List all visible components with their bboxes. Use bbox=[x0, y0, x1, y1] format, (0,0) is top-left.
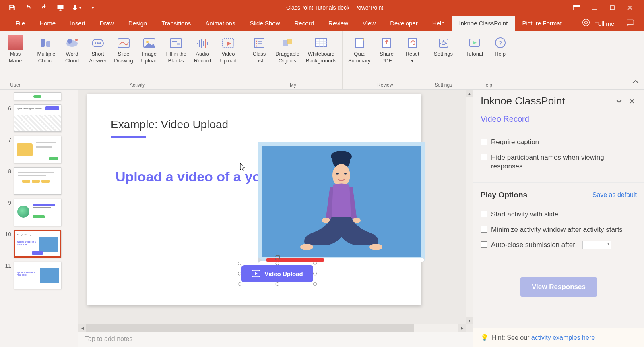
multiple-choice-button[interactable]: MultipleChoice bbox=[34, 34, 58, 66]
tab-record[interactable]: Record bbox=[287, 16, 321, 31]
play-icon[interactable] bbox=[258, 257, 262, 263]
slide[interactable]: Example: Video Upload Upload a video of … bbox=[87, 94, 421, 305]
whiteboard-backgrounds-button[interactable]: WhiteboardBackgrounds bbox=[303, 34, 339, 66]
tab-insert[interactable]: Insert bbox=[63, 16, 93, 31]
save-default-link[interactable]: Save as default bbox=[592, 191, 637, 199]
hscroll-thumb[interactable] bbox=[86, 324, 414, 332]
word-cloud-button[interactable]: WordCloud bbox=[60, 34, 84, 66]
svg-point-36 bbox=[256, 43, 257, 44]
progress-track[interactable] bbox=[266, 258, 425, 262]
tab-draw[interactable]: Draw bbox=[93, 16, 121, 31]
tab-file[interactable]: File bbox=[8, 16, 32, 31]
video-upload-activity-button[interactable]: Video Upload bbox=[242, 265, 313, 282]
image-upload-button[interactable]: ImageUpload bbox=[137, 34, 161, 66]
handle-bm[interactable] bbox=[276, 282, 279, 286]
handle-tr[interactable] bbox=[313, 262, 317, 265]
thumbnail-10[interactable]: Example: Video UploadUpload a video of a… bbox=[14, 230, 61, 258]
svg-point-66 bbox=[300, 244, 313, 250]
auto-close-checkbox[interactable] bbox=[481, 241, 487, 248]
vertical-scrollbar[interactable]: ▲ ▼ bbox=[466, 90, 473, 324]
short-answer-button[interactable]: ShortAnswer bbox=[86, 34, 110, 66]
scroll-right-button[interactable]: ▶ bbox=[458, 324, 466, 332]
rotate-handle[interactable] bbox=[274, 254, 281, 261]
class-list-button[interactable]: ClassList bbox=[247, 34, 271, 66]
panel-title: Inknoe ClassPoint bbox=[481, 95, 611, 107]
require-caption-checkbox[interactable] bbox=[481, 139, 487, 145]
ribbon-tabs: File Home Insert Draw Design Transitions… bbox=[0, 15, 644, 31]
view-responses-button[interactable]: View Responses bbox=[520, 277, 597, 297]
tell-me-icon[interactable] bbox=[582, 19, 590, 28]
tab-help[interactable]: Help bbox=[425, 16, 452, 31]
tell-me-label[interactable]: Tell me bbox=[595, 20, 614, 27]
auto-close-dropdown[interactable] bbox=[582, 241, 611, 249]
audio-record-button[interactable]: AudioRecord bbox=[190, 34, 215, 66]
selected-button-object[interactable]: Video Upload bbox=[239, 263, 315, 284]
tutorial-button[interactable]: Tutorial bbox=[462, 34, 487, 59]
hide-names-checkbox[interactable] bbox=[481, 154, 487, 160]
notes-area[interactable]: Tap to add notes bbox=[78, 332, 473, 347]
touch-mode-button[interactable]: ▾ bbox=[72, 3, 81, 12]
thumbnail-8[interactable] bbox=[14, 167, 61, 195]
panel-dropdown-button[interactable] bbox=[614, 96, 624, 106]
video-upload-button[interactable]: VideoUpload bbox=[216, 34, 240, 66]
auto-close-label: Auto-close submission after bbox=[491, 241, 575, 249]
handle-br[interactable] bbox=[313, 282, 317, 286]
thumbnail-9[interactable] bbox=[14, 199, 61, 226]
tab-picture-format[interactable]: Picture Format bbox=[515, 16, 569, 31]
hint-link[interactable]: activity examples here bbox=[531, 334, 595, 341]
present-button[interactable] bbox=[56, 3, 65, 12]
start-with-slide-checkbox[interactable] bbox=[481, 211, 487, 217]
ribbon-display-button[interactable] bbox=[572, 3, 582, 12]
svg-point-12 bbox=[67, 39, 72, 44]
maximize-button[interactable] bbox=[607, 3, 617, 12]
qat-more-button[interactable]: ▾ bbox=[88, 3, 97, 12]
tab-home[interactable]: Home bbox=[32, 16, 63, 31]
undo-button[interactable] bbox=[23, 3, 33, 12]
slide-drawing-button[interactable]: SlideDrawing bbox=[111, 34, 136, 66]
tab-view[interactable]: View bbox=[355, 16, 383, 31]
tab-developer[interactable]: Developer bbox=[383, 16, 425, 31]
scroll-up-button[interactable]: ▲ bbox=[466, 90, 473, 97]
reset-button[interactable]: Reset▾ bbox=[400, 34, 425, 66]
share-pdf-button[interactable]: SharePDF bbox=[375, 34, 399, 66]
save-button[interactable] bbox=[7, 3, 17, 12]
tab-transitions[interactable]: Transitions bbox=[154, 16, 198, 31]
panel-close-button[interactable] bbox=[627, 96, 637, 106]
handle-tm[interactable] bbox=[276, 262, 279, 265]
thumbnail-11[interactable]: Upload a video of ayoga pose bbox=[14, 262, 61, 289]
quiz-summary-button[interactable]: QuizSummary bbox=[346, 34, 373, 66]
collapse-ribbon-button[interactable] bbox=[632, 79, 639, 86]
slide-thumbnails[interactable]: 6Upload an image of emotion 7 8 9 10Exam… bbox=[0, 90, 78, 347]
redo-button[interactable] bbox=[39, 3, 49, 12]
scroll-down-button[interactable]: ▼ bbox=[466, 317, 473, 324]
thumbnail-partial[interactable] bbox=[14, 92, 61, 100]
fill-blanks-button[interactable]: Fill in theBlanks bbox=[163, 34, 189, 66]
svg-point-20 bbox=[146, 41, 149, 43]
settings-button[interactable]: Settings bbox=[431, 34, 456, 59]
user-profile-button[interactable]: MissMarie bbox=[3, 34, 27, 66]
svg-point-15 bbox=[95, 42, 96, 44]
svg-point-63 bbox=[344, 173, 347, 175]
handle-tl[interactable] bbox=[238, 262, 242, 265]
handle-ml[interactable] bbox=[238, 272, 242, 276]
tab-review[interactable]: Review bbox=[321, 16, 355, 31]
help-button[interactable]: ?Help bbox=[488, 34, 512, 59]
handle-mr[interactable] bbox=[313, 272, 317, 276]
minimize-button[interactable] bbox=[590, 3, 599, 12]
comments-icon[interactable] bbox=[626, 19, 634, 28]
tab-slide-show[interactable]: Slide Show bbox=[242, 16, 287, 31]
minimize-window-checkbox[interactable] bbox=[481, 226, 487, 233]
thumbnail-6[interactable]: Upload an image of emotion bbox=[14, 104, 61, 132]
scroll-left-button[interactable]: ◀ bbox=[78, 324, 86, 332]
draggable-objects-button[interactable]: DraggableObjects bbox=[273, 34, 302, 66]
avatar bbox=[8, 35, 23, 50]
yoga-image bbox=[258, 142, 425, 261]
horizontal-scrollbar[interactable]: ◀ ▶ bbox=[78, 324, 466, 332]
ribbon-group-user: MissMarie User bbox=[0, 31, 31, 89]
thumbnail-7[interactable] bbox=[14, 136, 61, 163]
tab-inknoe-classpoint[interactable]: Inknoe ClassPoint bbox=[452, 16, 515, 31]
close-button[interactable] bbox=[625, 3, 635, 12]
handle-bl[interactable] bbox=[238, 282, 242, 286]
tab-animations[interactable]: Animations bbox=[198, 16, 242, 31]
tab-design[interactable]: Design bbox=[121, 16, 155, 31]
